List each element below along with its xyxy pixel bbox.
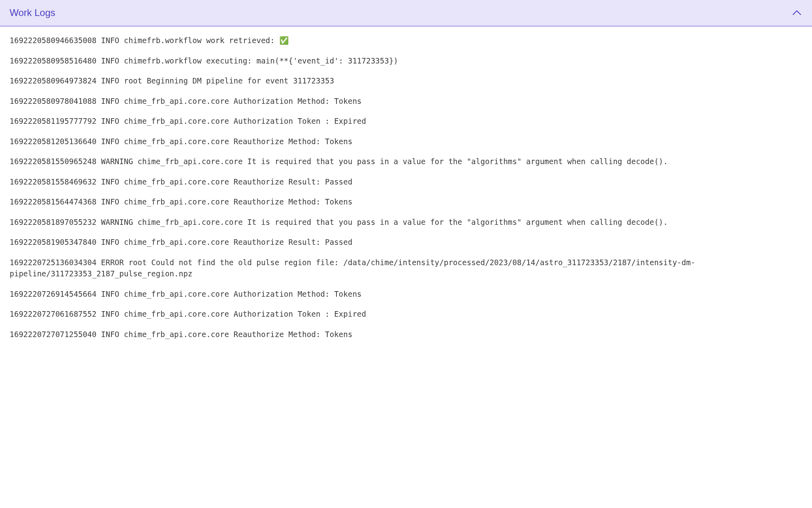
log-line: 1692220580958516480 INFO chimefrb.workfl… xyxy=(10,55,802,67)
log-line: 1692220580946635008 INFO chimefrb.workfl… xyxy=(10,35,802,46)
log-line: 1692220581558469632 INFO chime_frb_api.c… xyxy=(10,176,802,188)
log-line: 1692220580964973824 INFO root Beginning … xyxy=(10,75,802,87)
chevron-up-icon xyxy=(792,10,802,16)
log-line: 1692220581550965248 WARNING chime_frb_ap… xyxy=(10,156,802,167)
log-line: 1692220726914545664 INFO chime_frb_api.c… xyxy=(10,288,802,300)
work-logs-header: Work Logs xyxy=(0,0,812,27)
log-line: 1692220727071255040 INFO chime_frb_api.c… xyxy=(10,329,802,340)
log-line: 1692220581905347840 INFO chime_frb_api.c… xyxy=(10,236,802,248)
log-line: 1692220581564474368 INFO chime_frb_api.c… xyxy=(10,196,802,208)
collapse-toggle[interactable] xyxy=(791,7,802,18)
log-line: 1692220727061687552 INFO chime_frb_api.c… xyxy=(10,308,802,320)
page-title: Work Logs xyxy=(10,7,55,18)
logs-container: 1692220580946635008 INFO chimefrb.workfl… xyxy=(0,27,812,348)
log-line: 1692220581195777792 INFO chime_frb_api.c… xyxy=(10,115,802,127)
log-line: 1692220580978041088 INFO chime_frb_api.c… xyxy=(10,95,802,107)
log-line: 1692220725136034304 ERROR root Could not… xyxy=(10,257,802,280)
log-line: 1692220581205136640 INFO chime_frb_api.c… xyxy=(10,136,802,147)
log-line: 1692220581897055232 WARNING chime_frb_ap… xyxy=(10,216,802,228)
